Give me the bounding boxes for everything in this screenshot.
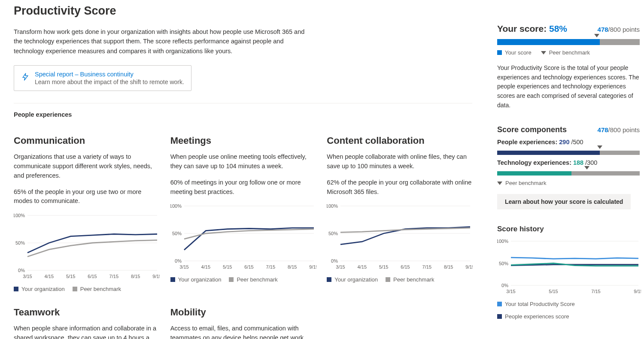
points-max: /800 points bbox=[608, 126, 640, 133]
svg-text:7/15: 7/15 bbox=[266, 264, 275, 269]
your-score-value: 58% bbox=[549, 24, 567, 33]
tech-exp-bar bbox=[497, 171, 640, 176]
side-column: Your score: 58% 478/800 points Your scor… bbox=[485, 0, 644, 339]
points-max: /800 points bbox=[608, 26, 640, 33]
chart-communication: 0%50%100%3/154/155/156/157/158/159/15 bbox=[14, 213, 159, 283]
card-title: Content collaboration bbox=[327, 135, 472, 146]
svg-text:8/15: 8/15 bbox=[444, 264, 453, 269]
card-content-collaboration[interactable]: Content collaboration When people collab… bbox=[327, 135, 472, 292]
legend-label: Your organization bbox=[21, 286, 65, 292]
score-components-heading: Score components bbox=[497, 125, 567, 134]
triangle-down-icon bbox=[497, 182, 502, 185]
comp-value: 290 bbox=[559, 139, 569, 145]
legend-label: Your organization bbox=[178, 276, 222, 283]
legend-label: Peer benchmark bbox=[549, 49, 590, 56]
legend-label: Peer benchmark bbox=[237, 276, 277, 283]
points-text: 478/800 points bbox=[598, 26, 640, 33]
chart-legend: Your organization Peer benchmark bbox=[170, 276, 316, 283]
people-exp-bar bbox=[497, 151, 640, 155]
svg-text:3/15: 3/15 bbox=[179, 264, 188, 269]
svg-text:9/15: 9/15 bbox=[309, 264, 316, 269]
card-stat: 62% of the people in your org collaborat… bbox=[327, 178, 472, 197]
triangle-down-icon bbox=[541, 51, 546, 54]
card-title: Teamwork bbox=[14, 307, 159, 318]
svg-text:0%: 0% bbox=[18, 268, 25, 273]
score-history-heading: Score history bbox=[497, 225, 640, 233]
special-report-callout[interactable]: Special report – Business continuity Lea… bbox=[14, 65, 191, 91]
legend-label: Your total Productivity Score bbox=[505, 301, 575, 307]
points-value: 478 bbox=[598, 126, 608, 133]
chart-score-history: 0%50%100%3/155/157/159/15 bbox=[497, 239, 641, 297]
svg-text:100%: 100% bbox=[327, 203, 338, 209]
learn-score-button[interactable]: Learn about how your score is calculated bbox=[497, 194, 631, 209]
lightning-icon bbox=[21, 72, 30, 84]
legend-your-org: Your organization bbox=[327, 276, 378, 283]
card-stat: 60% of meetings in your org follow one o… bbox=[170, 178, 316, 197]
svg-text:0%: 0% bbox=[175, 258, 182, 263]
main-column: Productivity Score Transform how work ge… bbox=[0, 0, 485, 339]
card-teamwork[interactable]: Teamwork When people share information a… bbox=[14, 307, 159, 339]
comp-max: /500 bbox=[571, 139, 583, 145]
legend-peer: Peer benchmark bbox=[229, 276, 277, 283]
section-label-people: People experiences bbox=[14, 111, 472, 118]
peer-marker-icon bbox=[594, 34, 599, 37]
svg-text:6/15: 6/15 bbox=[401, 264, 410, 269]
score-history-section: Score history 0%50%100%3/155/157/159/15 … bbox=[497, 225, 640, 320]
your-score-section: Your score: 58% 478/800 points Your scor… bbox=[497, 24, 640, 110]
svg-text:4/15: 4/15 bbox=[45, 274, 54, 279]
svg-text:5/15: 5/15 bbox=[66, 274, 75, 279]
svg-text:100%: 100% bbox=[170, 203, 182, 209]
legend-peer-benchmark: Peer benchmark bbox=[541, 49, 590, 56]
svg-text:4/15: 4/15 bbox=[201, 264, 210, 269]
svg-text:9/15: 9/15 bbox=[634, 289, 641, 294]
svg-text:4/15: 4/15 bbox=[358, 264, 367, 269]
score-description: Your Productivity Score is the total of … bbox=[497, 64, 640, 110]
page-title: Productivity Score bbox=[14, 4, 472, 18]
people-exp-line: People experiences: 290/500 bbox=[497, 139, 640, 145]
svg-text:8/15: 8/15 bbox=[131, 274, 140, 279]
history-legend: Your total Productivity Score People exp… bbox=[497, 301, 640, 320]
chart-content: 0%50%100%3/154/155/156/157/158/159/15 bbox=[327, 203, 472, 274]
card-title: Meetings bbox=[170, 135, 316, 146]
svg-text:0%: 0% bbox=[331, 258, 338, 263]
legend-label: People experiences score bbox=[505, 313, 569, 320]
legend-label: Peer benchmark bbox=[393, 276, 434, 283]
legend-label: Your score bbox=[505, 49, 532, 56]
card-stat: 65% of the people in your org use two or… bbox=[14, 188, 159, 206]
svg-text:100%: 100% bbox=[497, 239, 508, 244]
card-empty bbox=[327, 307, 472, 339]
svg-text:50%: 50% bbox=[328, 231, 338, 236]
svg-text:5/15: 5/15 bbox=[379, 264, 388, 269]
svg-text:50%: 50% bbox=[15, 240, 25, 245]
svg-text:9/15: 9/15 bbox=[152, 274, 160, 279]
card-desc: When people share information and collab… bbox=[14, 324, 159, 339]
score-components-section: Score components 478/800 points People e… bbox=[497, 125, 640, 209]
peer-marker-icon bbox=[597, 145, 602, 149]
legend-label: Your organization bbox=[334, 276, 378, 283]
your-score-label: Your score: bbox=[497, 24, 549, 33]
card-desc: Access to email, files, and communicatio… bbox=[170, 324, 316, 339]
svg-text:6/15: 6/15 bbox=[88, 274, 97, 279]
svg-text:7/15: 7/15 bbox=[422, 264, 431, 269]
cards-row-1: Communication Organizations that use a v… bbox=[14, 135, 472, 292]
points-text: 478/800 points bbox=[598, 126, 640, 134]
svg-text:50%: 50% bbox=[499, 261, 508, 266]
svg-text:100%: 100% bbox=[14, 213, 25, 218]
callout-title: Special report – Business continuity bbox=[35, 71, 184, 78]
peer-marker-icon bbox=[584, 166, 589, 170]
chart-legend: Your organization Peer benchmark bbox=[327, 276, 472, 283]
svg-text:9/15: 9/15 bbox=[466, 264, 473, 269]
legend-label: Peer benchmark bbox=[80, 286, 121, 292]
chart-meetings: 0%50%100%3/154/155/156/157/158/159/15 bbox=[170, 203, 316, 274]
card-desc: When people use online meeting tools eff… bbox=[170, 152, 316, 171]
legend-your-org: Your organization bbox=[170, 276, 222, 283]
card-mobility[interactable]: Mobility Access to email, files, and com… bbox=[170, 307, 316, 339]
card-communication[interactable]: Communication Organizations that use a v… bbox=[14, 135, 159, 292]
comp-label: People experiences: bbox=[497, 139, 557, 145]
svg-text:5/15: 5/15 bbox=[223, 264, 232, 269]
page-description: Transform how work gets done in your org… bbox=[14, 27, 314, 56]
divider bbox=[14, 103, 472, 103]
card-meetings[interactable]: Meetings When people use online meeting … bbox=[170, 135, 316, 292]
comp-value: 188 bbox=[573, 159, 583, 166]
callout-subtitle: Learn more about the impact of the shift… bbox=[35, 79, 184, 85]
